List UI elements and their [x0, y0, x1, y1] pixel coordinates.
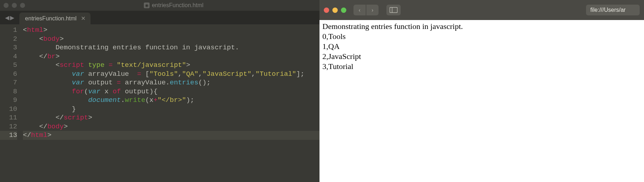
code-line: document.write(x+"</br>"); — [23, 96, 319, 105]
close-tab-icon[interactable]: ✕ — [81, 15, 86, 22]
tab-nav-arrows: ◀ ▶ — [2, 13, 17, 24]
code-line: var arrayValue = ["Tools","QA","JavaScri… — [23, 70, 319, 79]
sidebar-toggle-button[interactable] — [386, 5, 401, 15]
line-number: 12 — [0, 122, 17, 131]
back-button[interactable]: ‹ — [353, 5, 366, 15]
output-line: Demonstrating entries function in javasc… — [322, 21, 641, 31]
code-line: Demonstrating entries function in javasc… — [23, 43, 319, 52]
code-line: <html> — [23, 26, 319, 35]
line-number: 13 — [0, 131, 17, 140]
code-line: </html> — [23, 131, 319, 140]
output-line: 3,Tutorial — [322, 62, 641, 72]
code-line: </script> — [23, 113, 319, 122]
close-icon[interactable] — [4, 3, 9, 8]
tab-back-icon[interactable]: ◀ — [5, 13, 9, 22]
tab-entriesfunction[interactable]: entriesFunction.html ✕ — [19, 13, 91, 24]
line-number: 8 — [0, 87, 17, 96]
code-area[interactable]: <html> <body> Demonstrating entries func… — [21, 24, 319, 182]
output-line: 0,Tools — [322, 31, 641, 41]
code-line: for(var x of output){ — [23, 87, 319, 96]
tab-forward-icon[interactable]: ▶ — [10, 13, 14, 22]
sidebar-icon — [390, 7, 397, 13]
editor-window-title: entriesFunction.html — [152, 2, 203, 9]
line-number: 10 — [0, 105, 17, 114]
line-number: 6 — [0, 70, 17, 79]
svg-rect-0 — [390, 8, 397, 13]
line-number: 5 — [0, 61, 17, 70]
line-number: 2 — [0, 35, 17, 44]
code-line: </body> — [23, 122, 319, 131]
code-line: var output = arrayValue.entries(); — [23, 78, 319, 87]
minimize-icon[interactable] — [12, 3, 17, 8]
browser-traffic-lights — [324, 8, 346, 13]
code-line: } — [23, 105, 319, 114]
code-line: <script type = "text/javascript"> — [23, 61, 319, 70]
code-editor-window: ◉ entriesFunction.html ◀ ▶ entriesFuncti… — [0, 0, 319, 182]
editor-titlebar: ◉ entriesFunction.html — [0, 0, 319, 11]
line-number: 7 — [0, 78, 17, 87]
line-number: 1 — [0, 26, 17, 35]
line-number: 9 — [0, 96, 17, 105]
file-icon: ◉ — [144, 3, 150, 8]
browser-toolbar: ‹ › file:///Users/ar — [319, 0, 644, 20]
code-line: </br> — [23, 52, 319, 61]
address-bar[interactable]: file:///Users/ar — [586, 5, 640, 15]
code-line: <body> — [23, 35, 319, 44]
editor-traffic-lights — [4, 3, 25, 8]
line-number: 11 — [0, 113, 17, 122]
forward-button[interactable]: › — [366, 5, 379, 15]
page-content: Demonstrating entries function in javasc… — [319, 20, 644, 182]
tab-label: entriesFunction.html — [25, 15, 77, 22]
nav-buttons: ‹ › — [353, 5, 379, 15]
browser-window: ‹ › file:///Users/ar Demonstrating entri… — [319, 0, 644, 182]
minimize-icon[interactable] — [332, 8, 338, 13]
line-number: 3 — [0, 43, 17, 52]
output-line: 2,JavaScript — [322, 51, 641, 62]
maximize-icon[interactable] — [341, 8, 346, 13]
editor-body: 12345678910111213 <html> <body> Demonstr… — [0, 24, 319, 182]
line-number: 4 — [0, 52, 17, 61]
output-line: 1,QA — [322, 41, 641, 51]
line-number-gutter: 12345678910111213 — [0, 24, 21, 182]
address-text: file:///Users/ar — [590, 7, 626, 13]
tab-bar: ◀ ▶ entriesFunction.html ✕ — [0, 11, 319, 24]
maximize-icon[interactable] — [20, 3, 25, 8]
close-icon[interactable] — [324, 8, 329, 13]
